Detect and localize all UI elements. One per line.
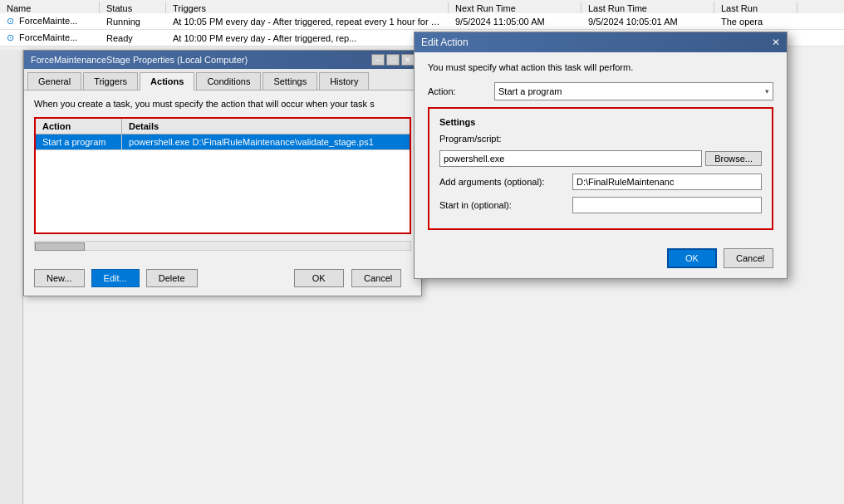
tab-conditions[interactable]: Conditions <box>196 72 261 90</box>
add-arguments-row: Add arguments (optional): <box>439 174 762 190</box>
dialog-title: Edit Action <box>421 37 469 48</box>
tab-actions[interactable]: Actions <box>140 72 194 91</box>
add-arguments-label: Add arguments (optional): <box>439 177 572 187</box>
new-button[interactable]: New... <box>34 269 85 287</box>
action-form-label: Action: <box>428 86 494 96</box>
tab-bar: General Triggers Actions Conditions Sett… <box>24 69 421 91</box>
dialog-close-button[interactable]: ✕ <box>772 37 780 48</box>
program-script-input-row: Browse... <box>439 150 762 167</box>
dialog-body: You must specify what action this task w… <box>415 52 787 240</box>
action-table: Action Details Start a program powershel… <box>34 117 411 234</box>
action-dropdown-value: Start a program <box>498 86 562 96</box>
dialog-cancel-button[interactable]: Cancel <box>724 248 773 268</box>
browse-button[interactable]: Browse... <box>705 151 762 166</box>
details-col-header: Details <box>122 118 410 135</box>
settings-box: Settings Program/script: Browse... Add a… <box>428 107 773 230</box>
properties-footer: New... Edit... Delete OK Cancel <box>24 266 421 296</box>
start-in-label: Start in (optional): <box>439 200 572 210</box>
task-triggers-1: At 10:00 PM every day - After triggered,… <box>166 32 449 45</box>
start-in-row: Start in (optional): <box>439 197 762 213</box>
delete-button[interactable]: Delete <box>146 269 198 287</box>
properties-title: ForceMaintenanceStage Properties (Local … <box>31 55 248 65</box>
task-status-1: Ready <box>100 32 166 45</box>
edit-action-dialog: Edit Action ✕ You must specify what acti… <box>414 32 788 279</box>
table-row[interactable]: ⊙ ForceMainte... Running At 10:05 PM eve… <box>0 13 844 30</box>
properties-body: When you create a task, you must specify… <box>24 91 421 266</box>
task-name-0: ⊙ ForceMainte... <box>0 14 100 28</box>
tab-triggers[interactable]: Triggers <box>83 72 138 90</box>
tab-history[interactable]: History <box>319 72 369 90</box>
task-name-1: ⊙ ForceMainte... <box>0 31 100 45</box>
tab-general[interactable]: General <box>27 72 81 90</box>
cancel-button[interactable]: Cancel <box>351 269 401 287</box>
task-last-0: 9/5/2024 10:05:01 AM <box>581 15 714 28</box>
maximize-button[interactable]: □ <box>386 54 400 66</box>
horizontal-scrollbar[interactable] <box>34 241 411 251</box>
add-arguments-input[interactable] <box>572 174 762 190</box>
task-icon-0: ⊙ <box>7 16 14 26</box>
titlebar-controls: ─ □ ✕ <box>371 54 415 66</box>
task-result-0: The opera <box>714 15 797 28</box>
dialog-titlebar: Edit Action ✕ <box>415 32 787 52</box>
task-next-0: 9/5/2024 11:05:00 AM <box>449 15 581 28</box>
settings-title: Settings <box>439 117 762 127</box>
scrollbar-thumb[interactable] <box>35 242 85 251</box>
properties-description: When you create a task, you must specify… <box>34 99 411 109</box>
ok-button[interactable]: OK <box>294 269 344 287</box>
dropdown-arrow-icon: ▾ <box>765 87 769 95</box>
task-icon-1: ⊙ <box>7 32 14 42</box>
sidebar <box>0 50 23 504</box>
properties-titlebar: ForceMaintenanceStage Properties (Local … <box>24 51 421 69</box>
action-form-row: Action: Start a program ▾ <box>428 82 773 100</box>
program-script-row: Program/script: <box>439 134 762 144</box>
program-script-input[interactable] <box>439 150 702 167</box>
action-table-empty-row <box>35 150 410 233</box>
tab-settings[interactable]: Settings <box>263 72 317 90</box>
minimize-button[interactable]: ─ <box>371 54 385 66</box>
program-script-label: Program/script: <box>439 134 572 144</box>
action-table-row[interactable]: Start a program powershell.exe D:\FinalR… <box>35 135 410 150</box>
edit-button[interactable]: Edit... <box>91 269 140 287</box>
task-status-0: Running <box>100 15 166 28</box>
task-triggers-0: At 10:05 PM every day - After triggered,… <box>166 15 449 28</box>
dialog-footer: OK Cancel <box>415 240 787 278</box>
action-col-header: Action <box>35 118 122 135</box>
action-dropdown[interactable]: Start a program ▾ <box>494 82 773 100</box>
start-in-input[interactable] <box>572 197 762 213</box>
action-cell: Start a program <box>35 135 122 150</box>
dialog-description: You must specify what action this task w… <box>428 62 773 72</box>
dialog-ok-button[interactable]: OK <box>667 248 717 268</box>
properties-window: ForceMaintenanceStage Properties (Local … <box>23 50 422 296</box>
close-button[interactable]: ✕ <box>401 54 415 66</box>
details-cell: powershell.exe D:\FinalRuleMaintenance\v… <box>122 135 410 150</box>
